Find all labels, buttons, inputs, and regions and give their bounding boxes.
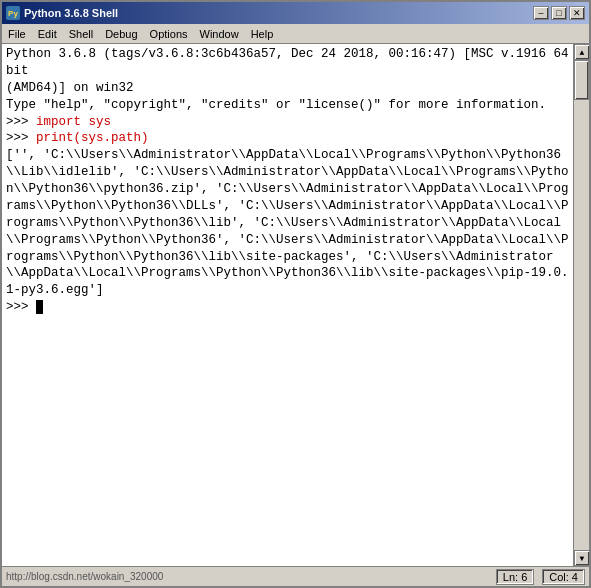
scroll-track [574,60,589,550]
title-bar: Py Python 3.6.8 Shell – □ ✕ [2,2,589,24]
shell-input: import sys [36,115,111,129]
app-icon: Py [6,6,20,20]
shell-line: Type "help", "copyright", "credits" or "… [6,98,546,112]
scroll-thumb[interactable] [574,60,589,100]
line-number: Ln: 6 [496,569,534,585]
minimize-button[interactable]: – [533,6,549,20]
menu-edit[interactable]: Edit [32,24,63,43]
shell-prompt: >>> [6,131,36,145]
shell-output[interactable]: Python 3.6.8 (tags/v3.6.8:3c6b436a57, De… [2,44,589,566]
main-window: Py Python 3.6.8 Shell – □ ✕ File Edit Sh… [0,0,591,588]
window-controls: – □ ✕ [533,6,585,20]
menu-file[interactable]: File [2,24,32,43]
menu-options[interactable]: Options [144,24,194,43]
shell-output-line: ['', 'C:\\Users\\Administrator\\AppData\… [6,148,569,297]
maximize-button[interactable]: □ [551,6,567,20]
cursor [36,300,43,314]
menu-shell[interactable]: Shell [63,24,99,43]
shell-line: Python 3.6.8 (tags/v3.6.8:3c6b436a57, De… [6,47,576,78]
shell-input: print(sys.path) [36,131,149,145]
menu-help[interactable]: Help [245,24,280,43]
menu-debug[interactable]: Debug [99,24,143,43]
scroll-down-button[interactable]: ▼ [574,550,589,566]
scroll-up-button[interactable]: ▲ [574,44,589,60]
shell-line: (AMD64)] on win32 [6,81,134,95]
menubar: File Edit Shell Debug Options Window Hel… [2,24,589,44]
status-bar: http://blog.csdn.net/wokain_320000 Ln: 6… [2,566,589,586]
menu-window[interactable]: Window [194,24,245,43]
shell-prompt-last: >>> [6,300,36,314]
vertical-scrollbar: ▲ ▼ [573,44,589,566]
status-url: http://blog.csdn.net/wokain_320000 [6,571,496,582]
window-title: Python 3.6.8 Shell [24,7,533,19]
shell-prompt: >>> [6,115,36,129]
status-position: Ln: 6 Col: 4 [496,569,585,585]
content-area: Python 3.6.8 (tags/v3.6.8:3c6b436a57, De… [2,44,589,566]
close-button[interactable]: ✕ [569,6,585,20]
col-number: Col: 4 [542,569,585,585]
